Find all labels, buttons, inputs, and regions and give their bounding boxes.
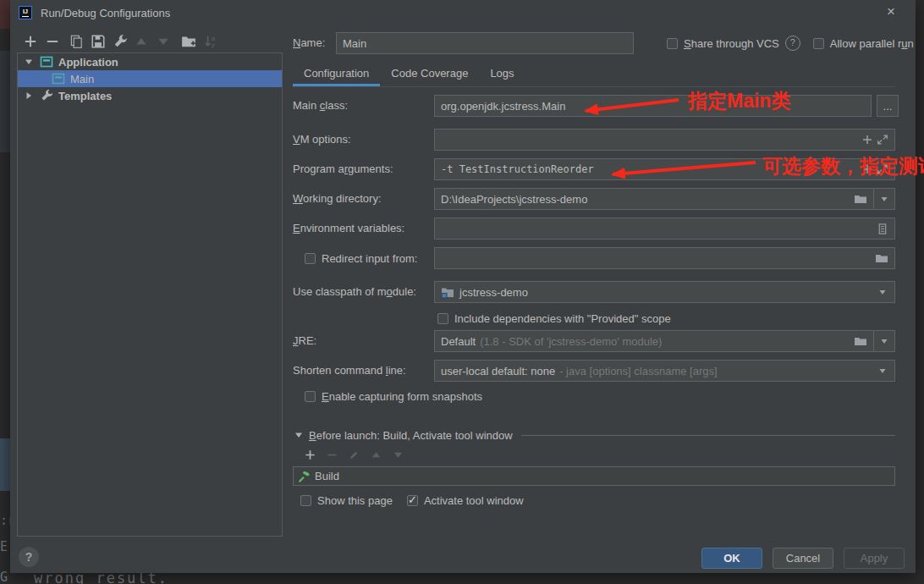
main-class-value: org.openjdk.jcstress.Main xyxy=(441,100,565,113)
folder-icon[interactable] xyxy=(854,334,867,348)
before-launch-move-up-icon[interactable] xyxy=(370,449,385,464)
redirect-input-label: Redirect input from: xyxy=(322,252,417,265)
add-icon[interactable] xyxy=(861,134,873,146)
page-options-row: Show this page Activate tool window xyxy=(300,493,524,507)
main-class-browse-button[interactable]: ... xyxy=(877,95,899,117)
dialog-title: Run/Debug Configurations xyxy=(41,7,170,19)
share-vcs-checkbox[interactable] xyxy=(667,38,678,49)
share-vcs-row: Share through VCS ? Allow parallel run xyxy=(667,36,914,50)
classpath-module-combobox[interactable]: jcstress-demo xyxy=(434,281,895,303)
svg-text:z: z xyxy=(212,41,215,49)
environment-variables-input[interactable] xyxy=(434,218,895,240)
jre-combobox[interactable]: Default (1.8 - SDK of 'jcstress-demo' mo… xyxy=(434,330,874,352)
application-icon xyxy=(52,72,65,85)
chevron-right-icon[interactable] xyxy=(25,91,33,100)
help-button[interactable]: ? xyxy=(19,547,39,567)
tree-item-application[interactable]: Application xyxy=(18,53,282,70)
tree-item-templates[interactable]: Templates xyxy=(18,87,282,104)
chevron-down-icon[interactable] xyxy=(294,431,303,439)
working-directory-label: Working directory: xyxy=(293,188,382,210)
before-launch-header[interactable]: Before launch: Build, Activate tool wind… xyxy=(294,428,895,442)
chevron-down-icon xyxy=(878,193,890,205)
remove-configuration-icon[interactable] xyxy=(45,34,60,49)
tree-item-main[interactable]: Main xyxy=(18,70,282,87)
shorten-command-line-label: Shorten command line: xyxy=(293,360,406,382)
show-this-page-label: Show this page xyxy=(317,494,393,507)
redirect-input-row: Redirect input from: xyxy=(305,251,417,265)
activate-tool-window-label: Activate tool window xyxy=(424,494,524,507)
folder-icon[interactable] xyxy=(854,192,867,206)
jre-value-detail: (1.8 - SDK of 'jcstress-demo' module) xyxy=(480,335,662,348)
main-class-annotation: 指定Main类 xyxy=(688,88,790,114)
tree-item-label: Templates xyxy=(58,90,112,102)
close-icon[interactable]: × xyxy=(887,3,895,20)
save-configuration-icon[interactable] xyxy=(91,34,106,49)
before-launch-remove-icon[interactable] xyxy=(326,449,341,464)
background-editor-strip xyxy=(0,51,10,152)
add-configuration-icon[interactable] xyxy=(23,34,38,49)
build-task-label: Build xyxy=(315,470,339,482)
new-folder-icon[interactable] xyxy=(181,34,196,49)
vm-options-label: VM options: xyxy=(293,129,351,151)
chevron-down-icon[interactable] xyxy=(25,58,33,66)
ok-button[interactable]: OK xyxy=(701,548,762,569)
share-vcs-help-icon[interactable]: ? xyxy=(785,36,800,51)
folder-icon[interactable] xyxy=(875,251,888,265)
background-selection-strip xyxy=(0,438,10,491)
shorten-command-line-combobox[interactable]: user-local default: none - java [options… xyxy=(434,360,895,382)
run-debug-configurations-dialog: IJ Run/Debug Configurations × az Applica… xyxy=(10,0,916,573)
program-args-annotation: 可选参数，指定测试类 xyxy=(762,153,924,179)
working-directory-dropdown-button[interactable] xyxy=(873,188,895,210)
chevron-down-icon[interactable] xyxy=(877,365,888,377)
before-launch-add-icon[interactable] xyxy=(304,449,319,464)
dialog-titlebar: IJ Run/Debug Configurations × xyxy=(10,0,916,25)
move-up-icon[interactable] xyxy=(134,34,149,49)
application-icon xyxy=(40,55,53,69)
before-launch-label: Before launch: Build, Activate tool wind… xyxy=(309,429,513,442)
tree-item-label: Main xyxy=(70,73,94,85)
show-this-page-checkbox[interactable] xyxy=(300,495,311,506)
program-arguments-value: -t TestInstructionReorder xyxy=(441,163,594,175)
provided-scope-checkbox[interactable] xyxy=(437,313,448,324)
browse-variables-icon[interactable] xyxy=(876,223,888,235)
redirect-input-checkbox[interactable] xyxy=(305,253,316,264)
name-input[interactable]: Main xyxy=(336,32,634,54)
shorten-command-line-detail: - java [options] classname [args] xyxy=(559,365,717,377)
templates-wrench-icon xyxy=(40,89,53,102)
redirect-input-field[interactable] xyxy=(434,247,895,269)
intellij-logo-icon: IJ xyxy=(19,6,32,19)
jre-dropdown-button[interactable] xyxy=(873,330,895,352)
configurations-tree: Application Main Templates xyxy=(17,52,283,537)
form-snapshots-checkbox[interactable] xyxy=(305,391,316,402)
tab-code-coverage[interactable]: Code Coverage xyxy=(380,61,479,86)
sort-alphabetically-icon[interactable]: az xyxy=(203,34,218,49)
classpath-module-value: jcstress-demo xyxy=(459,286,528,299)
separator-line xyxy=(521,435,895,436)
before-launch-move-down-icon[interactable] xyxy=(392,449,407,464)
tab-logs[interactable]: Logs xyxy=(479,61,525,86)
copy-configuration-icon[interactable] xyxy=(69,34,84,49)
before-launch-task-build[interactable]: Build xyxy=(293,466,895,486)
main-class-input[interactable]: org.openjdk.jcstress.Main xyxy=(434,95,872,117)
allow-parallel-label: Allow parallel run xyxy=(830,37,914,50)
chevron-down-icon xyxy=(878,335,890,347)
before-launch-edit-icon[interactable] xyxy=(348,449,363,464)
move-down-icon[interactable] xyxy=(156,34,171,49)
tab-configuration[interactable]: Configuration xyxy=(293,61,380,86)
chevron-down-icon[interactable] xyxy=(877,286,888,298)
allow-parallel-checkbox[interactable] xyxy=(813,38,824,49)
expand-icon[interactable] xyxy=(877,134,888,146)
vm-options-input[interactable] xyxy=(434,129,895,151)
provided-scope-label: Include dependencies with "Provided" sco… xyxy=(454,312,671,325)
environment-variables-label: Environment variables: xyxy=(293,218,404,240)
name-value: Main xyxy=(343,37,366,50)
activate-tool-window-checkbox[interactable] xyxy=(407,495,418,506)
share-vcs-label: Share through VCS xyxy=(684,37,779,50)
edit-defaults-wrench-icon[interactable] xyxy=(113,34,128,49)
jre-label: JRE: xyxy=(293,330,316,352)
apply-button[interactable]: Apply xyxy=(844,548,905,569)
background-editor-strip xyxy=(0,0,10,29)
working-directory-input[interactable]: D:\IdeaProjects\jcstress-demo xyxy=(434,188,874,210)
program-arguments-label: Program arguments: xyxy=(293,158,393,180)
cancel-button[interactable]: Cancel xyxy=(773,548,833,569)
